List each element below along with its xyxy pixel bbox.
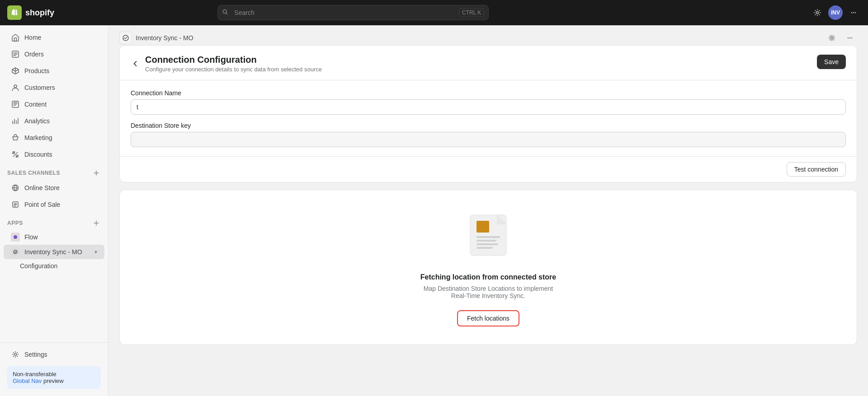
sidebar-item-products-label: Products (24, 67, 49, 75)
breadcrumb: Inventory Sync - MO (119, 32, 193, 44)
sidebar-item-content[interactable]: Content (4, 96, 104, 112)
connection-name-label: Connection Name (131, 89, 846, 97)
connection-config-card: Connection Configuration Configure your … (119, 45, 857, 182)
fetch-desc: Map Destination Store Locations to imple… (416, 285, 561, 299)
destination-store-key-label: Destination Store key (131, 122, 846, 129)
config-title-section: Connection Configuration Configure your … (131, 55, 322, 73)
config-title-text: Connection Configuration Configure your … (145, 55, 322, 73)
topbar-settings-button[interactable] (810, 5, 825, 20)
svg-rect-6 (14, 38, 17, 41)
svg-point-20 (848, 37, 849, 38)
sidebar-item-settings-label: Settings (24, 351, 47, 358)
svg-point-15 (14, 235, 17, 239)
sidebar-item-marketing-label: Marketing (24, 134, 52, 141)
svg-point-11 (16, 155, 18, 157)
content-icon (11, 100, 20, 109)
sidebar-item-marketing[interactable]: Marketing (4, 130, 104, 146)
settings-icon (11, 350, 20, 359)
sidebar-item-online-store-label: Online Store (24, 184, 60, 191)
sidebar-item-inventory-sync[interactable]: Inventory Sync - MO ▾ (4, 245, 104, 259)
svg-rect-9 (12, 101, 19, 107)
sidebar-item-online-store[interactable]: Online Store (4, 180, 104, 196)
non-transferable-text: Non-transferable (13, 371, 95, 377)
sidebar-item-orders-label: Orders (24, 51, 44, 58)
avatar[interactable]: INV (828, 5, 843, 20)
shopify-logo-icon (7, 5, 22, 20)
layout: Home Orders Products Customers (0, 25, 868, 396)
sidebar-subitem-configuration[interactable]: Configuration (4, 260, 104, 272)
sidebar-item-discounts[interactable]: Discounts (4, 146, 104, 163)
svg-rect-27 (476, 243, 498, 245)
svg-point-21 (849, 37, 850, 38)
point-of-sale-icon (11, 200, 20, 209)
config-title: Connection Configuration (145, 55, 322, 65)
discounts-icon (11, 150, 20, 159)
sidebar-item-customers-label: Customers (24, 84, 55, 91)
topbar-right: INV (810, 5, 861, 20)
connection-form: Connection Name Destination Store key (120, 80, 857, 157)
sidebar-item-products[interactable]: Products (4, 63, 104, 79)
apps-add-button[interactable] (92, 219, 101, 228)
non-transferable-banner: Non-transferable Global Nav preview (7, 366, 101, 389)
sidebar-item-orders[interactable]: Orders (4, 46, 104, 62)
svg-rect-25 (476, 236, 500, 238)
sidebar-item-inventory-sync-label: Inventory Sync - MO (24, 248, 82, 256)
connection-name-input[interactable] (131, 99, 846, 115)
svg-point-8 (14, 85, 17, 88)
search-input[interactable] (217, 5, 489, 20)
test-connection-button[interactable]: Test connection (787, 162, 846, 177)
sidebar-item-content-label: Content (24, 101, 47, 108)
fetch-locations-card: Fetching location from connected store M… (119, 190, 857, 345)
sidebar-item-discounts-label: Discounts (24, 151, 52, 158)
sidebar-item-customers[interactable]: Customers (4, 79, 104, 96)
svg-point-1 (223, 10, 226, 14)
fetch-locations-button[interactable]: Fetch locations (457, 310, 519, 326)
svg-point-3 (851, 12, 852, 13)
sidebar-item-flow-label: Flow (24, 233, 38, 241)
svg-point-18 (123, 35, 128, 41)
sidebar-item-home[interactable]: Home (4, 29, 104, 46)
inventory-sync-expand-icon: ▾ (94, 249, 97, 255)
sidebar-item-flow[interactable]: Flow (4, 230, 104, 244)
sales-channels-add-button[interactable] (92, 168, 101, 177)
svg-rect-14 (14, 203, 17, 204)
save-button[interactable]: Save (817, 55, 846, 69)
main-content: Inventory Sync - MO (108, 25, 868, 396)
back-button[interactable] (131, 59, 140, 68)
sidebar-bottom: Settings Non-transferable Global Nav pre… (0, 342, 108, 396)
search-icon (222, 9, 228, 17)
sales-channels-header: Sales channels (0, 163, 108, 179)
page-settings-button[interactable] (825, 31, 839, 45)
breadcrumb-app-name: Inventory Sync - MO (136, 34, 193, 42)
sidebar-nav: Home Orders Products Customers (0, 25, 108, 276)
fetch-section: Fetching location from connected store M… (120, 190, 857, 345)
sidebar-item-settings[interactable]: Settings (4, 346, 104, 363)
page-more-button[interactable] (843, 31, 857, 45)
destination-store-key-input[interactable] (131, 132, 846, 147)
svg-point-10 (14, 153, 15, 154)
page-header-right (825, 31, 857, 45)
apps-header: Apps (0, 213, 108, 229)
fetch-illustration (461, 208, 515, 262)
svg-point-5 (855, 12, 856, 13)
svg-point-2 (816, 12, 819, 14)
sidebar-item-point-of-sale[interactable]: Point of Sale (4, 196, 104, 213)
fetch-title: Fetching location from connected store (420, 273, 556, 281)
sidebar-item-analytics[interactable]: Analytics (4, 113, 104, 129)
sidebar-subitem-configuration-label: Configuration (20, 262, 57, 270)
non-transferable-preview: preview (43, 377, 64, 384)
global-nav-link[interactable]: Global Nav (13, 377, 42, 384)
search-shortcut: CTRL K (459, 8, 484, 17)
marketing-icon (11, 133, 20, 142)
sidebar-item-point-of-sale-label: Point of Sale (24, 201, 60, 208)
app-breadcrumb-icon (119, 32, 132, 44)
config-subtitle: Configure your connection details to syn… (145, 66, 322, 73)
config-header: Connection Configuration Configure your … (120, 46, 857, 80)
form-actions: Test connection (120, 157, 857, 182)
svg-rect-24 (476, 221, 489, 233)
sidebar-item-home-label: Home (24, 34, 41, 41)
shopify-wordmark: shopify (25, 8, 54, 18)
topbar-more-button[interactable] (846, 5, 861, 20)
svg-point-19 (831, 37, 833, 39)
online-store-icon (11, 183, 20, 192)
